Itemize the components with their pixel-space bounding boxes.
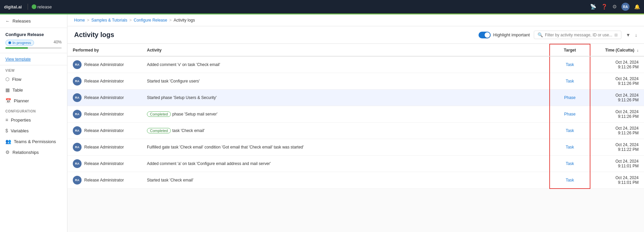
search-input[interactable] bbox=[545, 33, 612, 37]
performed-by-cell: RA Release Administrator bbox=[67, 156, 142, 172]
time-date: Oct 24, 2024 bbox=[596, 126, 639, 131]
table-row: RA Release Administrator Started phase '… bbox=[67, 90, 644, 106]
target-link[interactable]: Phase bbox=[564, 95, 576, 100]
activity-cell: Completedphase 'Setup mail server' bbox=[142, 106, 550, 123]
breadcrumb-current: Activity logs bbox=[174, 18, 195, 23]
help-icon[interactable]: ❓ bbox=[601, 4, 608, 10]
col-header-activity: Activity bbox=[142, 44, 550, 56]
performed-by-name: Release Administrator bbox=[84, 62, 124, 67]
activity-cell: Started phase 'Setup Users & Security' bbox=[142, 90, 550, 106]
time-date: Oct 24, 2024 bbox=[596, 159, 639, 164]
target-link[interactable]: Task bbox=[566, 128, 574, 133]
table-row: RA Release Administrator Added comment '… bbox=[67, 156, 644, 172]
page-header: Activity logs Highlight important 🔍 ⊞ ▾ … bbox=[67, 26, 644, 44]
highlight-toggle[interactable] bbox=[479, 32, 491, 38]
activity-cell: Started task 'Configure users' bbox=[142, 73, 550, 90]
table-row: RA Release Administrator Fulfilled gate … bbox=[67, 139, 644, 156]
target-link[interactable]: Task bbox=[566, 145, 574, 150]
breadcrumb-samples[interactable]: Samples & Tutorials bbox=[91, 18, 127, 23]
breadcrumb-sep-3: > bbox=[169, 18, 172, 23]
time-date: Oct 24, 2024 bbox=[596, 60, 639, 65]
target-cell[interactable]: Task bbox=[550, 123, 590, 139]
sidebar: ← Releases Configure Release In progress… bbox=[0, 14, 67, 232]
target-link[interactable]: Task bbox=[566, 178, 574, 183]
notification-icon[interactable]: 🔔 bbox=[634, 4, 640, 9]
row-avatar: RA bbox=[73, 126, 82, 135]
time-date: Oct 24, 2024 bbox=[596, 109, 639, 114]
target-cell[interactable]: Phase bbox=[550, 90, 590, 106]
target-cell[interactable]: Task bbox=[550, 139, 590, 156]
view-template-section: View template bbox=[0, 53, 67, 65]
target-cell[interactable]: Phase bbox=[550, 106, 590, 123]
table-row: RA Release Administrator Added comment '… bbox=[67, 56, 644, 73]
sidebar-item-table-label: Table bbox=[12, 88, 23, 93]
svg-point-1 bbox=[32, 4, 36, 9]
activity-cell: Added comment 'v' on task 'Check email' bbox=[142, 56, 550, 73]
time-cell: Oct 24, 20249:11:01 PM bbox=[590, 156, 644, 172]
breadcrumb-configure-release[interactable]: Configure Release bbox=[134, 18, 167, 23]
progress-bar-fill bbox=[5, 47, 28, 49]
sidebar-item-teams-permissions[interactable]: 👥 Teams & Permissions bbox=[0, 136, 67, 147]
sidebar-item-flow-label: Flow bbox=[12, 77, 21, 82]
time-cell: Oct 24, 20249:11:26 PM bbox=[590, 123, 644, 139]
sidebar-item-table[interactable]: ▦ Table bbox=[0, 85, 67, 95]
sidebar-item-variables[interactable]: $ Variables bbox=[0, 125, 67, 136]
divider bbox=[28, 4, 28, 10]
settings-icon[interactable]: ⚙ bbox=[612, 4, 617, 10]
table-row: RA Release Administrator Started task 'C… bbox=[67, 172, 644, 189]
header-controls: Highlight important 🔍 ⊞ ▾ ↓ bbox=[479, 30, 637, 39]
time-hour: 9:11:26 PM bbox=[596, 65, 639, 69]
activity-table: Performed by Activity Target Time (Calcu… bbox=[67, 44, 644, 189]
user-avatar[interactable]: RA bbox=[621, 3, 630, 11]
row-avatar: RA bbox=[73, 77, 82, 86]
properties-icon: ≡ bbox=[5, 117, 8, 123]
time-cell: Oct 24, 20249:11:26 PM bbox=[590, 56, 644, 73]
activity-table-container[interactable]: Performed by Activity Target Time (Calcu… bbox=[67, 44, 644, 232]
toggle-knob bbox=[485, 32, 490, 38]
target-cell[interactable]: Task bbox=[550, 73, 590, 90]
scroll-down-icon[interactable]: ↓ bbox=[635, 32, 637, 38]
target-link[interactable]: Task bbox=[566, 161, 574, 166]
col-header-performed-by: Performed by bbox=[67, 44, 142, 56]
back-arrow-icon: ← bbox=[5, 19, 10, 24]
target-cell[interactable]: Task bbox=[550, 156, 590, 172]
breadcrumb-home[interactable]: Home bbox=[74, 18, 85, 23]
sidebar-item-properties[interactable]: ≡ Properties bbox=[0, 114, 67, 125]
brand-logo: digital.ai release bbox=[4, 4, 55, 10]
broadcast-icon[interactable]: 📡 bbox=[590, 4, 596, 10]
row-avatar: RA bbox=[73, 176, 82, 185]
variables-icon: $ bbox=[5, 128, 8, 133]
target-link[interactable]: Task bbox=[566, 62, 574, 67]
completed-badge: Completed bbox=[147, 111, 171, 117]
breadcrumb: Home > Samples & Tutorials > Configure R… bbox=[67, 14, 644, 26]
target-link[interactable]: Phase bbox=[564, 112, 576, 117]
time-cell: Oct 24, 20249:11:22 PM bbox=[590, 139, 644, 156]
breadcrumb-sep-1: > bbox=[87, 18, 89, 23]
target-cell[interactable]: Task bbox=[550, 172, 590, 189]
col-header-target: Target bbox=[550, 44, 590, 56]
filter-icon[interactable]: ▾ bbox=[625, 30, 631, 39]
sidebar-item-relationships[interactable]: ⚙ Relationships bbox=[0, 147, 67, 158]
performed-by-name: Release Administrator bbox=[84, 95, 124, 100]
view-template-link[interactable]: View template bbox=[5, 57, 31, 62]
sidebar-back-releases[interactable]: ← Releases bbox=[0, 14, 67, 28]
progress-bar-container bbox=[5, 47, 62, 49]
col-header-time: Time (Calcutta) ↓ bbox=[590, 44, 644, 56]
performed-by-name: Release Administrator bbox=[84, 79, 124, 84]
sidebar-item-planner-label: Planner bbox=[14, 98, 29, 103]
sidebar-item-variables-label: Variables bbox=[11, 128, 29, 133]
performed-by-cell: RA Release Administrator bbox=[67, 106, 142, 123]
time-cell: Oct 24, 20249:11:26 PM bbox=[590, 73, 644, 90]
table-row: RA Release Administrator Completedtask '… bbox=[67, 123, 644, 139]
sidebar-item-flow[interactable]: ⬡ Flow bbox=[0, 74, 67, 85]
flow-icon: ⬡ bbox=[5, 76, 9, 82]
sidebar-item-planner[interactable]: 📅 Planner bbox=[0, 95, 67, 106]
search-extra-icon: ⊞ bbox=[614, 33, 618, 37]
svg-text:digital.ai: digital.ai bbox=[4, 4, 22, 9]
time-cell: Oct 24, 20249:11:01 PM bbox=[590, 172, 644, 189]
row-avatar: RA bbox=[73, 60, 82, 69]
search-box[interactable]: 🔍 ⊞ bbox=[534, 31, 621, 39]
sort-arrow-icon[interactable]: ↓ bbox=[637, 48, 639, 52]
target-cell[interactable]: Task bbox=[550, 56, 590, 73]
target-link[interactable]: Task bbox=[566, 79, 574, 84]
